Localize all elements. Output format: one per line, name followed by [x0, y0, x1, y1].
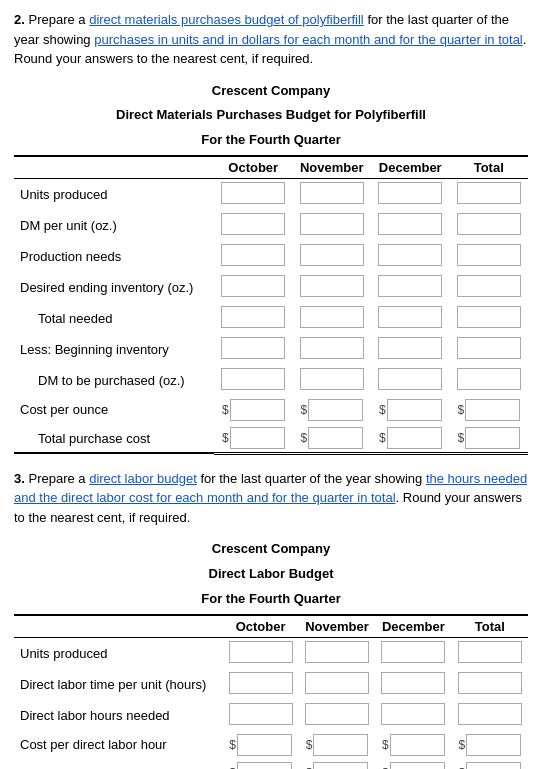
q2-table: October November December Total Units pr… [14, 155, 528, 455]
q2-input-dmbp-oct[interactable] [221, 368, 285, 390]
q3-highlight1: direct labor budget [89, 471, 197, 486]
table-row: Cost per direct labor hour $ $ $ $ [14, 731, 528, 759]
q2-row-bi-label: Less: Beginning inventory [14, 334, 214, 365]
dollar-icon: $ [222, 431, 229, 445]
q2-col-october: October [214, 156, 293, 179]
q2-input-dm-nov[interactable] [300, 213, 364, 235]
q3-input-dltime-oct[interactable] [229, 672, 293, 694]
q3-header-row: October November December Total [14, 615, 528, 638]
q2-input-units-oct[interactable] [221, 182, 285, 204]
q3-input-units-oct[interactable] [229, 641, 293, 663]
table-row: Total direct labor cost $ $ $ $ [14, 759, 528, 769]
q3-input-units-total[interactable] [458, 641, 522, 663]
q3-table-title: Direct Labor Budget [14, 564, 528, 585]
q3-input-cpdlh-oct[interactable] [237, 734, 292, 756]
q2-input-bi-nov[interactable] [300, 337, 364, 359]
q2-input-tpc-oct[interactable] [230, 427, 285, 449]
q2-row-units-label: Units produced [14, 178, 214, 210]
q2-input-tn-total[interactable] [457, 306, 521, 328]
q3-input-tdlc-dec[interactable] [390, 762, 445, 769]
table-row: Total purchase cost $ $ $ $ [14, 424, 528, 454]
table-row: Units produced [14, 637, 528, 669]
q3-row-dlhn-label: Direct labor hours needed [14, 700, 222, 731]
q2-input-prod-nov[interactable] [300, 244, 364, 266]
q2-input-dei-nov[interactable] [300, 275, 364, 297]
table-row: Cost per ounce $ $ $ $ [14, 396, 528, 424]
q3-input-dltime-total[interactable] [458, 672, 522, 694]
q3-col-october: October [222, 615, 298, 638]
q3-row-cpdlh-label: Cost per direct labor hour [14, 731, 222, 759]
table-row: Less: Beginning inventory [14, 334, 528, 365]
q2-input-dm-dec[interactable] [378, 213, 442, 235]
table-row: Desired ending inventory (oz.) [14, 272, 528, 303]
q2-input-cpo-nov[interactable] [308, 399, 363, 421]
q3-row-tdlc-label: Total direct labor cost [14, 759, 222, 769]
dollar-icon: $ [379, 403, 386, 417]
q2-row-tpc-label: Total purchase cost [14, 424, 214, 454]
q3-input-tdlc-total[interactable] [466, 762, 521, 769]
q2-row-dei-label: Desired ending inventory (oz.) [14, 272, 214, 303]
q3-col-november: November [299, 615, 375, 638]
q2-input-dmbp-nov[interactable] [300, 368, 364, 390]
dollar-icon: $ [229, 738, 236, 752]
q2-input-cpo-total[interactable] [465, 399, 520, 421]
q3-input-dlhn-oct[interactable] [229, 703, 293, 725]
q3-input-units-nov[interactable] [305, 641, 369, 663]
q3-col-empty [14, 615, 222, 638]
q2-input-tn-nov[interactable] [300, 306, 364, 328]
q3-input-dlhn-dec[interactable] [381, 703, 445, 725]
q2-input-bi-oct[interactable] [221, 337, 285, 359]
q2-input-bi-total[interactable] [457, 337, 521, 359]
q2-row-units-dec [371, 178, 450, 210]
dollar-icon: $ [379, 431, 386, 445]
q3-number: 3. [14, 471, 25, 486]
table-row: Production needs [14, 241, 528, 272]
q3-input-tdlc-nov[interactable] [313, 762, 368, 769]
q2-input-tpc-total[interactable] [465, 427, 520, 449]
table-row: Total needed [14, 303, 528, 334]
q3-input-dltime-dec[interactable] [381, 672, 445, 694]
q3-row-dltime-label: Direct labor time per unit (hours) [14, 669, 222, 700]
q2-number: 2. [14, 12, 25, 27]
q2-input-units-dec[interactable] [378, 182, 442, 204]
q2-input-dmbp-dec[interactable] [378, 368, 442, 390]
q3-col-total: Total [452, 615, 528, 638]
q3-input-units-dec[interactable] [381, 641, 445, 663]
table-row: Units produced [14, 178, 528, 210]
q3-input-tdlc-oct[interactable] [237, 762, 292, 769]
q2-input-prod-dec[interactable] [378, 244, 442, 266]
q3-subtitle: For the Fourth Quarter [14, 589, 528, 610]
q3-input-dlhn-nov[interactable] [305, 703, 369, 725]
q2-subtitle: For the Fourth Quarter [14, 130, 528, 151]
question2-text: 2. Prepare a direct materials purchases … [14, 10, 528, 69]
q3-input-cpdlh-total[interactable] [466, 734, 521, 756]
q3-col-december: December [375, 615, 451, 638]
q2-input-prod-oct[interactable] [221, 244, 285, 266]
q2-input-dm-total[interactable] [457, 213, 521, 235]
q2-row-cpo-label: Cost per ounce [14, 396, 214, 424]
q2-input-prod-total[interactable] [457, 244, 521, 266]
q3-input-dltime-nov[interactable] [305, 672, 369, 694]
q2-input-units-total[interactable] [457, 182, 521, 204]
q2-input-dm-oct[interactable] [221, 213, 285, 235]
q2-input-bi-dec[interactable] [378, 337, 442, 359]
q2-input-cpo-oct[interactable] [230, 399, 285, 421]
q2-input-tn-dec[interactable] [378, 306, 442, 328]
q2-input-dmbp-total[interactable] [457, 368, 521, 390]
q3-input-dlhn-total[interactable] [458, 703, 522, 725]
q2-input-dei-total[interactable] [457, 275, 521, 297]
dollar-icon: $ [300, 431, 307, 445]
q2-row-units-total [449, 178, 528, 210]
q2-input-tpc-nov[interactable] [308, 427, 363, 449]
q2-input-units-nov[interactable] [300, 182, 364, 204]
q2-input-tn-oct[interactable] [221, 306, 285, 328]
q3-input-cpdlh-dec[interactable] [390, 734, 445, 756]
q2-input-dei-dec[interactable] [378, 275, 442, 297]
q2-input-dei-oct[interactable] [221, 275, 285, 297]
q2-row-units-nov [292, 178, 371, 210]
q3-input-cpdlh-nov[interactable] [313, 734, 368, 756]
q2-input-tpc-dec[interactable] [387, 427, 442, 449]
q3-row-units-label: Units produced [14, 637, 222, 669]
dollar-icon: $ [382, 738, 389, 752]
q2-input-cpo-dec[interactable] [387, 399, 442, 421]
